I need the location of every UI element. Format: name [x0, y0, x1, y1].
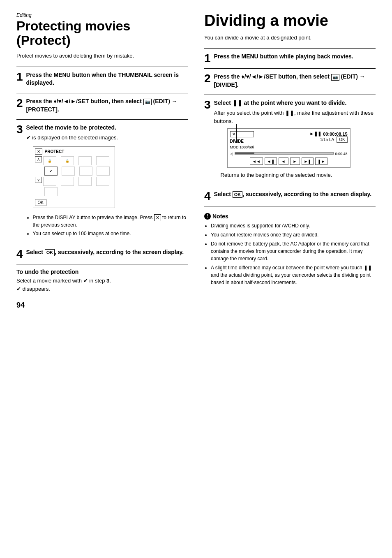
divide-duration: 0:00:48	[335, 152, 348, 156]
protect-cell-3	[78, 156, 92, 165]
notes-list: Dividing movies is supported for AVCHD o…	[211, 222, 376, 286]
divide-quality-text: MOD 1080/60i	[230, 145, 254, 149]
divide-x-btn: ✕	[230, 131, 254, 137]
divide-scrub-bar	[235, 152, 334, 155]
page-number: 94	[16, 301, 188, 310]
divide-scrub-fill	[235, 153, 255, 154]
protect-cell-5: ✔	[44, 167, 58, 176]
divide-timecode: 00:00:08.15	[323, 132, 347, 137]
right-page-title: Dividing a movie	[204, 12, 376, 30]
note-3: Do not remove the battery pack, the AC A…	[211, 240, 376, 262]
protect-cell-4	[96, 156, 109, 165]
step-4-block: 4 Select OK, successively, according to …	[16, 248, 188, 260]
note-2: You cannot restore movies once they are …	[211, 231, 376, 238]
subsection-title: To undo the protection	[16, 269, 188, 275]
step-1-number: 1	[16, 71, 23, 83]
left-intro: Protect movies to avoid deleting them by…	[16, 52, 188, 60]
divide-screen-container: ✕ DIVIDE MOD 1080/60i ►❚❚ 00:00:08.15	[221, 128, 376, 168]
right-divider-1	[204, 48, 376, 49]
screen-protect-label: PROTECT	[45, 149, 65, 154]
right-step-2-number: 2	[204, 73, 211, 84]
bullet-2: You can select up to 100 images at one t…	[33, 230, 188, 237]
right-step-2-title: Press the ♦/♥/◄/►/SET button, then selec…	[214, 73, 376, 89]
divide-screen: ✕ DIVIDE MOD 1080/60i ►❚❚ 00:00:08.15	[227, 128, 350, 168]
step-2-number: 2	[16, 97, 23, 109]
protect-cell-13	[44, 187, 58, 196]
right-intro: You can divide a movie at a designated p…	[204, 34, 376, 42]
protect-cell-11	[78, 177, 92, 186]
protect-cell-10	[61, 177, 74, 186]
right-step-1-title: Press the MENU button while playing back…	[214, 53, 376, 61]
protect-cell-8	[97, 167, 110, 176]
divider-5	[16, 264, 188, 264]
section-label: Editing	[16, 12, 188, 18]
right-step-3-number: 3	[204, 99, 211, 111]
step-3-block: 3 Select the movie to be protected. ✔ is…	[16, 124, 188, 240]
right-step-4-title: Select OK, successively, according to th…	[214, 190, 376, 199]
right-column: Dividing a movie You can divide a movie …	[204, 12, 376, 310]
right-step-4-block: 4 Select OK, successively, according to …	[204, 190, 376, 202]
nav-down-btn: ∨	[35, 177, 42, 183]
ctrl-slow-fwd: ❚►	[315, 157, 327, 165]
screen-ok-btn: OK	[35, 199, 46, 206]
step-2-title: Press the ♦/♥/◄/►/SET button, then selec…	[26, 97, 188, 113]
ctrl-play: ►	[290, 157, 300, 165]
divider-4	[16, 244, 188, 244]
right-step-4-number: 4	[204, 190, 211, 202]
divider-2	[16, 93, 188, 93]
divide-label-text: DIVIDE	[230, 139, 254, 144]
right-step-3-title: Select ❚❚ at the point where you want to…	[214, 99, 376, 107]
ctrl-prev-start: ◄◄	[250, 157, 263, 165]
divide-progress-area: ◁ 0:00:48	[230, 152, 348, 156]
step-1-block: 1 Press the MENU button when the THUMBNA…	[16, 71, 188, 89]
right-step-3-caption: Returns to the beginning of the selected…	[221, 171, 376, 179]
divide-vertical-line	[236, 124, 237, 143]
divide-controls: ◄◄ ◄❚ ◄ ► ►❚ ❚►	[230, 157, 348, 165]
protect-cell-12	[96, 177, 109, 186]
left-column: Editing Protecting movies (Protect) Prot…	[16, 12, 188, 310]
left-page-title: Protecting movies (Protect)	[16, 19, 188, 48]
ctrl-rewind: ◄	[279, 157, 288, 165]
subsection-text1: Select a movie marked with ✔ in step 3.	[16, 277, 188, 285]
right-step-1-number: 1	[204, 53, 211, 64]
right-step-3-block: 3 Select ❚❚ at the point where you want …	[204, 99, 376, 181]
right-divider-5	[204, 206, 376, 206]
screen-x-btn: ✕	[35, 148, 42, 155]
step-3-number: 3	[16, 124, 23, 135]
bullet-1: Press the DISPLAY button to preview the …	[33, 214, 188, 229]
note-1: Dividing movies is supported for AVCHD o…	[211, 222, 376, 229]
divide-ok-box: OK	[337, 137, 347, 143]
right-divider-2	[204, 68, 376, 69]
divide-fraction: 1/15 LA	[320, 137, 334, 142]
scrub-left-icon: ◁	[230, 152, 233, 156]
subsection-block: To undo the protection Select a movie ma…	[16, 269, 188, 293]
nav-up-btn: ∧	[35, 156, 42, 162]
divider-3	[16, 119, 188, 120]
step-1-title: Press the MENU button when the THUMBNAIL…	[26, 71, 188, 87]
note-4: A slight time difference may occur betwe…	[211, 264, 376, 286]
right-step-2-block: 2 Press the ♦/♥/◄/►/SET button, then sel…	[204, 73, 376, 90]
right-divider-4	[204, 186, 376, 186]
protect-cell-1: 🔒	[43, 156, 56, 165]
subsection-text2: ✔ disappears.	[16, 285, 188, 293]
step-2-block: 2 Press the ♦/♥/◄/►/SET button, then sel…	[16, 97, 188, 115]
step-3-title: Select the movie to be protected.	[26, 124, 188, 132]
protect-screen: ✕ PROTECT ∧ 🔒 🔒	[33, 146, 115, 208]
divide-pause-icon: ►❚❚	[309, 131, 321, 137]
step-3-bullets: Press the DISPLAY button to preview the …	[33, 214, 188, 237]
protect-cell-7	[79, 167, 92, 176]
protect-cell-6	[62, 167, 75, 176]
step-4-title: Select OK, successively, according to th…	[26, 248, 188, 257]
step-4-number: 4	[16, 248, 23, 260]
divider-1	[16, 67, 188, 67]
right-step-1-block: 1 Press the MENU button while playing ba…	[204, 53, 376, 64]
notes-title: ! Notes	[204, 213, 376, 220]
protect-cell-2: 🔒	[61, 156, 74, 165]
notes-section: ! Notes Dividing movies is supported for…	[204, 213, 376, 286]
protect-cell-9	[43, 177, 56, 186]
ctrl-prev-frame: ◄❚	[265, 157, 277, 165]
step-3-sub: ✔ is displayed on the selected images.	[26, 134, 188, 142]
ctrl-next-frame: ►❚	[302, 157, 314, 165]
right-step-3-sub: After you select the point with ❚❚, make…	[214, 109, 376, 125]
right-divider-3	[204, 95, 376, 95]
